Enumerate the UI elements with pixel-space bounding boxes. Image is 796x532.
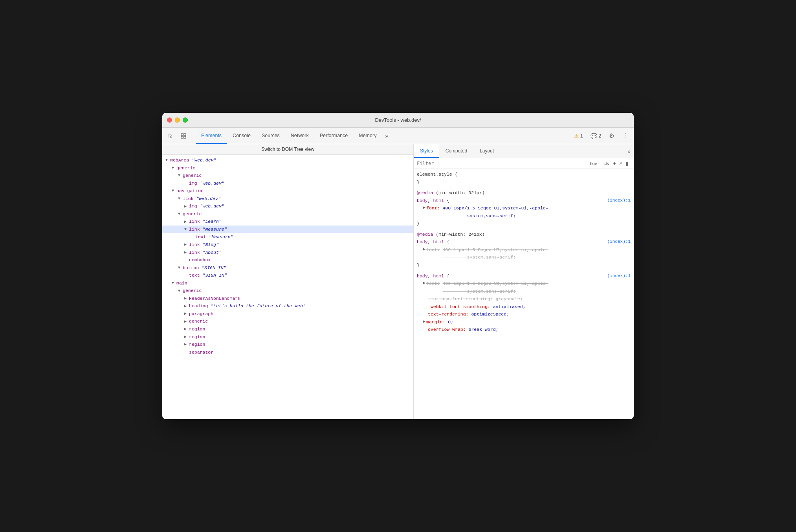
tree-row[interactable]: paragraph [162, 310, 413, 318]
tree-row[interactable]: region [162, 341, 413, 349]
expand-arrow[interactable] [172, 165, 176, 171]
tab-performance[interactable]: Performance [314, 128, 354, 144]
tree-row[interactable]: link "web.dev" [162, 195, 413, 203]
tree-row[interactable]: navigation [162, 187, 413, 195]
expand-arrow[interactable] [172, 280, 176, 286]
tree-row[interactable]: link "About" [162, 249, 413, 257]
expand-arrow[interactable] [184, 218, 189, 225]
tree-row[interactable]: HeaderAsNonLandmark [162, 295, 413, 303]
fullscreen-button[interactable] [183, 117, 188, 123]
expand-arrow[interactable] [178, 195, 183, 202]
expand-arrow[interactable] [165, 157, 170, 163]
inspect-icon[interactable] [178, 130, 189, 141]
expand-arrow[interactable] [184, 303, 189, 310]
triangle-icon[interactable]: ▶ [423, 246, 426, 253]
tree-row[interactable]: text "SIGN IN" [162, 272, 413, 279]
css-prop: -moz-osx-font-smoothing: grayscale; [417, 295, 631, 303]
expand-arrow[interactable] [184, 226, 189, 233]
tree-row[interactable]: link "Learn" [162, 218, 413, 226]
dom-panel: Switch to DOM Tree view WebArea "web.dev… [162, 144, 414, 419]
css-prop: ▶ font: 400 12px/1.5 Segoe UI,system-ui,… [417, 280, 631, 295]
dom-tree[interactable]: WebArea "web.dev" generic generic [162, 155, 413, 419]
toggle-sidebar-icon[interactable]: ◧ [625, 160, 631, 167]
tree-row[interactable]: WebArea "web.dev" [162, 156, 413, 164]
filter-input[interactable] [417, 161, 585, 166]
expand-arrow[interactable] [184, 334, 189, 340]
more-options-button[interactable]: ⋮ [620, 130, 631, 141]
tree-row[interactable]: button "SIGN IN" [162, 264, 413, 272]
tree-row[interactable]: img "web.dev" [162, 180, 413, 187]
expand-arrow[interactable] [184, 295, 189, 302]
close-button[interactable] [167, 117, 172, 123]
info-badge[interactable]: 💬 2 [588, 132, 604, 140]
expand-arrow[interactable] [184, 310, 189, 317]
tab-styles[interactable]: Styles [414, 144, 439, 158]
css-block-media-321: @media (min-width: 321px) body, html { (… [417, 189, 631, 227]
info-count: 2 [598, 133, 601, 139]
tab-elements[interactable]: Elements [196, 128, 227, 144]
css-media-row: @media (min-width: 321px) [417, 189, 631, 197]
svg-rect-0 [181, 134, 183, 136]
expand-arrow[interactable] [184, 241, 189, 248]
tab-network[interactable]: Network [285, 128, 314, 144]
tab-more-button[interactable]: » [382, 128, 391, 144]
tab-sources[interactable]: Sources [256, 128, 285, 144]
tab-layout[interactable]: Layout [473, 144, 500, 158]
css-closing: } [417, 220, 631, 227]
add-style-button[interactable]: + [613, 160, 616, 167]
css-content: element.style { } @media (min-width: 321… [414, 169, 634, 419]
tab-console[interactable]: Console [227, 128, 256, 144]
cls-button[interactable]: .cls [601, 160, 611, 167]
expand-arrow[interactable] [178, 288, 183, 294]
tree-row[interactable]: generic [162, 164, 413, 172]
triangle-icon[interactable]: ▶ [423, 280, 426, 286]
hov-button[interactable]: :hov [587, 160, 598, 167]
settings-button[interactable]: ⚙ [606, 130, 617, 141]
panel-tab-more[interactable]: » [624, 144, 634, 158]
tab-computed[interactable]: Computed [439, 144, 473, 158]
css-prop: -webkit-font-smoothing: antialiased; [417, 303, 631, 311]
expand-arrow[interactable] [184, 326, 189, 332]
tree-row[interactable]: separator [162, 349, 413, 356]
tree-row[interactable]: text "Measure" [162, 233, 413, 241]
styles-panel: Styles Computed Layout » :hov .cls + ↗ ◧ [414, 144, 634, 419]
css-prop: ▶ font: 400 14px/1.5 Segoe UI,system-ui,… [417, 246, 631, 261]
traffic-lights [167, 117, 188, 123]
triangle-icon[interactable]: ▶ [423, 318, 426, 325]
expand-arrow[interactable] [184, 318, 189, 325]
new-rule-icon[interactable]: ↗ [619, 161, 622, 166]
window-title: DevTools - web.dev/ [375, 117, 421, 123]
triangle-icon[interactable]: ▶ [423, 204, 426, 211]
css-closing: } [417, 178, 631, 186]
tab-memory[interactable]: Memory [353, 128, 382, 144]
tree-row[interactable]: generic [162, 317, 413, 325]
expand-arrow[interactable] [184, 249, 189, 256]
cursor-icon[interactable] [165, 130, 176, 141]
devtools-tabs: Elements Console Sources Network Perform… [196, 128, 571, 144]
warning-badge[interactable]: ⚠ 1 [571, 132, 586, 140]
dom-switch-bar[interactable]: Switch to DOM Tree view [162, 144, 413, 155]
expand-arrow[interactable] [178, 211, 183, 217]
expand-arrow[interactable] [172, 187, 176, 194]
tree-row[interactable]: img "web.dev" [162, 202, 413, 210]
tree-row[interactable]: generic [162, 287, 413, 295]
tree-row-selected[interactable]: link "Measure" [162, 226, 413, 233]
toolbar-icons [165, 128, 194, 144]
tree-row[interactable]: link "Blog" [162, 241, 413, 249]
tree-row[interactable]: region [162, 325, 413, 333]
tree-row[interactable]: generic [162, 210, 413, 218]
css-prop: overflow-wrap: break-word; [417, 326, 631, 334]
tree-row[interactable]: combobox [162, 256, 413, 264]
tree-row[interactable]: generic [162, 172, 413, 180]
info-icon: 💬 [591, 133, 597, 139]
expand-arrow[interactable] [184, 341, 189, 348]
css-block-media-241: @media (min-width: 241px) body, html { (… [417, 231, 631, 269]
svg-rect-2 [181, 136, 183, 138]
expand-arrow[interactable] [184, 203, 189, 210]
minimize-button[interactable] [175, 117, 180, 123]
tree-row[interactable]: region [162, 333, 413, 341]
expand-arrow[interactable] [178, 264, 183, 271]
tree-row[interactable]: main [162, 279, 413, 287]
tree-row[interactable]: heading "Let's build the future of the w… [162, 302, 413, 310]
expand-arrow[interactable] [178, 172, 183, 179]
